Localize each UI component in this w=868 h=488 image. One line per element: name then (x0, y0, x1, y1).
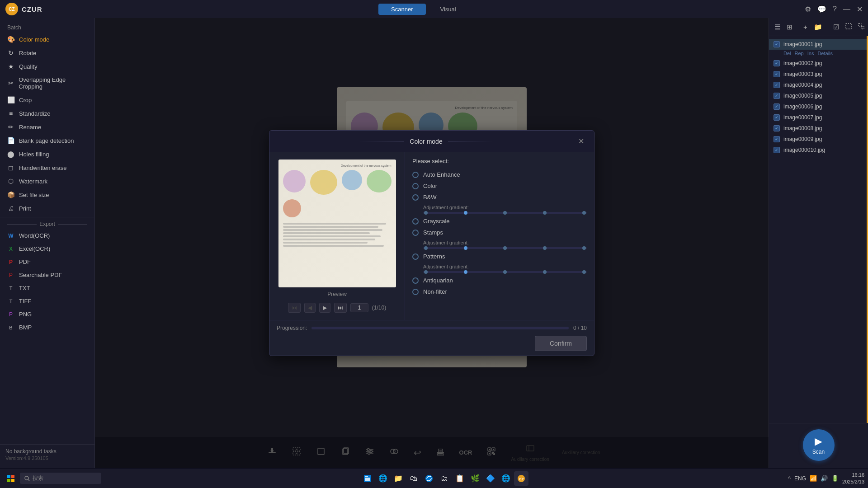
scan-button[interactable]: ▶ Scan (803, 429, 835, 461)
item-checkbox[interactable]: ✓ (774, 103, 780, 110)
start-button[interactable] (4, 471, 18, 486)
sidebar-item-watermark[interactable]: ⬡ Watermark (0, 174, 94, 188)
bw-dot-2[interactable] (464, 211, 467, 215)
sidebar-item-rotate[interactable]: ↻ Rotate (0, 46, 94, 60)
stamps-dot-5[interactable] (582, 246, 586, 250)
radio-color[interactable] (412, 183, 419, 189)
sidebar-item-overlap-crop[interactable]: ✂ Overlapping Edge Cropping (0, 73, 94, 93)
rp-check-all-btn[interactable]: ☑ (831, 22, 841, 33)
bw-gradient-track[interactable] (423, 212, 587, 214)
dialog-close-button[interactable]: ✕ (576, 136, 587, 146)
sidebar-item-handwritten[interactable]: ◻ Handwritten erase (0, 161, 94, 174)
option-auto-enhance[interactable]: Auto Enhance (412, 169, 587, 180)
right-panel-list[interactable]: ✓ image00001.jpg Del Rep Ins Details ✓ i… (769, 36, 868, 423)
radio-auto-enhance[interactable] (412, 172, 419, 178)
scanner-tab[interactable]: Scanner (378, 4, 425, 15)
sidebar-item-standardize[interactable]: ≡ Standardize (0, 107, 94, 120)
item-checkbox[interactable]: ✓ (774, 147, 780, 153)
item-checkbox[interactable]: ✓ (774, 93, 780, 99)
item-checkbox[interactable]: ✓ (774, 114, 780, 121)
chat-icon[interactable]: 💬 (817, 5, 826, 14)
patterns-dot-4[interactable] (543, 270, 547, 274)
stamps-dot-3[interactable] (503, 246, 507, 250)
minimize-icon[interactable]: — (843, 5, 850, 13)
rep-action[interactable]: Rep (795, 51, 804, 56)
stamps-gradient-rail[interactable] (423, 247, 587, 249)
sidebar-item-blank-detection[interactable]: 📄 Blank page detection (0, 134, 94, 147)
sidebar-item-searchable-pdf[interactable]: P Searchable PDF (0, 268, 94, 282)
sidebar-item-png[interactable]: P PNG (0, 308, 94, 321)
option-non-filter[interactable]: Non-filter (412, 286, 587, 297)
bw-dot-5[interactable] (582, 211, 586, 215)
nav-last-btn[interactable]: ⏭ (334, 303, 347, 313)
option-antiquarian[interactable]: Antiquarian (412, 275, 587, 286)
stamps-dot-2[interactable] (464, 246, 467, 250)
taskbar-app-czur[interactable]: CZ (514, 471, 528, 486)
radio-patterns[interactable] (412, 253, 419, 260)
item-checkbox[interactable]: ✓ (774, 136, 780, 142)
option-color[interactable]: Color (412, 180, 587, 192)
taskbar-app-edge[interactable] (422, 471, 436, 486)
volume-icon[interactable]: 🔊 (821, 475, 828, 482)
sidebar-item-crop[interactable]: ⬜ Crop (0, 93, 94, 107)
nav-first-btn[interactable]: ⏮ (288, 303, 301, 313)
patterns-dot-2[interactable] (464, 270, 467, 274)
item-checkbox[interactable]: ✓ (774, 41, 780, 47)
sidebar-item-holes[interactable]: ⬤ Holes filling (0, 147, 94, 161)
item-checkbox[interactable]: ✓ (774, 125, 780, 131)
option-grayscale[interactable]: Grayscale (412, 216, 587, 227)
taskbar-app-2[interactable]: 📋 (453, 471, 467, 486)
sidebar-item-txt[interactable]: T TXT (0, 282, 94, 295)
radio-stamps[interactable] (412, 230, 419, 236)
taskbar-app-browser[interactable]: 🌐 (376, 471, 390, 486)
list-item[interactable]: ✓ image00003.jpg (769, 69, 867, 80)
taskbar-app-explorer[interactable] (360, 471, 375, 486)
stamps-gradient-track[interactable] (423, 247, 587, 249)
taskbar-app-3[interactable]: 🌿 (468, 471, 482, 486)
list-item[interactable]: ✓ image00005.jpg (769, 90, 867, 101)
taskbar-app-4[interactable]: 🔷 (483, 471, 498, 486)
sidebar-item-tiff[interactable]: T TIFF (0, 295, 94, 308)
taskbar-app-store[interactable]: 🛍 (406, 471, 421, 486)
radio-grayscale[interactable] (412, 218, 419, 225)
sidebar-item-word[interactable]: W Word(OCR) (0, 229, 94, 242)
ins-action[interactable]: Ins (807, 51, 814, 56)
list-item[interactable]: ✓ image00009.jpg (769, 134, 867, 145)
network-icon[interactable]: 📶 (810, 475, 817, 482)
page-number-input[interactable] (350, 303, 368, 312)
taskbar-app-1[interactable]: 🗂 (437, 471, 452, 486)
taskbar-app-5[interactable]: 🌐 (499, 471, 513, 486)
bw-dot-1[interactable] (424, 211, 428, 215)
list-item[interactable]: ✓ image000010.jpg (769, 145, 867, 155)
sidebar-item-excel[interactable]: X Excel(OCR) (0, 242, 94, 255)
sidebar-item-print[interactable]: 🖨 Print (0, 202, 94, 215)
list-item[interactable]: ✓ image00008.jpg (769, 123, 867, 134)
sidebar-item-filesize[interactable]: 📦 Set file size (0, 188, 94, 202)
item-checkbox[interactable]: ✓ (774, 82, 780, 88)
patterns-dot-3[interactable] (503, 270, 507, 274)
rp-multi-select-btn[interactable] (856, 22, 866, 32)
confirm-button[interactable]: Confirm (535, 336, 587, 351)
option-bw[interactable]: B&W (412, 192, 587, 203)
item-checkbox[interactable]: ✓ (774, 60, 780, 66)
visual-tab[interactable]: Visual (428, 4, 469, 15)
taskbar-app-folder[interactable]: 📁 (391, 471, 406, 486)
radio-antiquarian[interactable] (412, 277, 419, 284)
list-item[interactable]: ✓ image00007.jpg (769, 112, 867, 123)
stamps-dot-4[interactable] (543, 246, 547, 250)
patterns-gradient-track[interactable] (423, 271, 587, 273)
bw-dot-4[interactable] (543, 211, 547, 215)
sidebar-item-rename[interactable]: ✏ Rename (0, 120, 94, 134)
battery-icon[interactable]: 🔋 (831, 475, 839, 482)
option-stamps[interactable]: Stamps (412, 227, 587, 238)
sidebar-item-bmp[interactable]: B BMP (0, 321, 94, 334)
sidebar-item-color-mode[interactable]: 🎨 Color mode (0, 33, 94, 46)
patterns-dot-5[interactable] (582, 270, 586, 274)
patterns-gradient-rail[interactable] (423, 271, 587, 273)
rp-folder-btn[interactable]: 📁 (812, 22, 824, 33)
del-action[interactable]: Del (783, 51, 791, 56)
settings-icon[interactable]: ⚙ (805, 5, 811, 14)
list-item[interactable]: ✓ image00004.jpg (769, 80, 867, 90)
language-indicator[interactable]: ENG (794, 475, 806, 482)
details-action[interactable]: Details (817, 51, 833, 56)
